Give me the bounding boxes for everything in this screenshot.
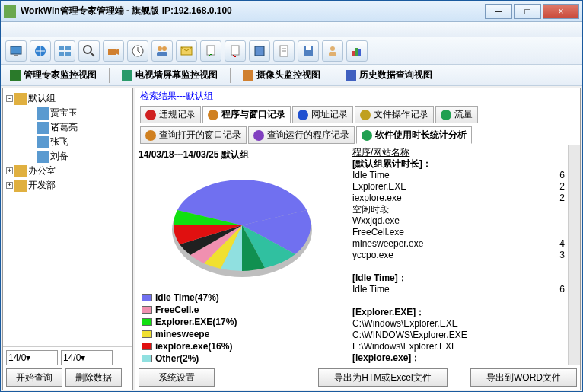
legend-item: Other(2%) — [142, 353, 239, 364]
list-item[interactable]: Idle Time6 — [352, 284, 565, 295]
tb-world-icon[interactable] — [30, 40, 51, 62]
tb-book-icon[interactable] — [249, 40, 270, 62]
tvwall-icon — [122, 70, 132, 81]
delete-data-button[interactable]: 删除数据 — [65, 368, 122, 387]
tree-group[interactable]: +办公室 — [6, 164, 129, 178]
camera-icon — [243, 70, 253, 81]
ftab-violation[interactable]: 违规记录 — [140, 106, 201, 123]
bottom-buttons: 系统设置 导出为HTM或Excel文件 导出到WORD文件 — [135, 365, 580, 390]
tree-label: 默认组 — [28, 92, 56, 105]
start-query-button[interactable]: 开始查询 — [6, 368, 62, 387]
svg-rect-25 — [329, 52, 336, 56]
legend-label: iexplore.exe(16%) — [155, 341, 232, 352]
tb-user-icon[interactable] — [322, 40, 343, 62]
tb-mail-icon[interactable] — [176, 40, 197, 62]
legend-item: FreeCell.e — [142, 304, 239, 315]
group-icon — [14, 93, 27, 105]
tb-docrecv-icon[interactable] — [225, 40, 246, 62]
pie-chart — [158, 164, 326, 286]
legend-label: Explorer.EXE(17%) — [155, 317, 237, 327]
tb-users-icon[interactable] — [151, 40, 173, 62]
tab-label: 摄像头监控视图 — [256, 69, 320, 81]
collapse-icon[interactable]: - — [6, 95, 13, 102]
list-item[interactable]: yccpo.exe3 — [352, 250, 565, 261]
svg-rect-0 — [11, 46, 21, 54]
tb-screens-icon[interactable] — [54, 40, 75, 62]
expand-icon[interactable]: + — [6, 167, 13, 174]
export-html-excel-button[interactable]: 导出为HTM或Excel文件 — [318, 368, 448, 387]
tb-docsend-icon[interactable] — [200, 40, 221, 62]
chart-title: 14/03/18---14/03/25 默认组 — [139, 148, 346, 161]
tb-zoom-icon[interactable] — [78, 40, 100, 62]
scrollbar[interactable] — [568, 145, 580, 365]
ftab-running-programs[interactable]: 查询运行的程序记录 — [248, 126, 355, 144]
svg-point-13 — [162, 46, 167, 51]
stop-icon — [145, 110, 156, 120]
tab-history-view[interactable]: 历史数据查询视图 — [341, 67, 437, 83]
swatch-icon — [142, 343, 152, 350]
ftab-label: 查询打开的窗口记录 — [159, 129, 241, 142]
tab-tvwall-view[interactable]: 电视墙屏幕监控视图 — [117, 67, 222, 83]
window-icon — [208, 110, 218, 120]
tb-chart-icon[interactable] — [346, 40, 368, 62]
tb-doc-icon[interactable] — [273, 40, 295, 62]
ftab-open-windows[interactable]: 查询打开的窗口记录 — [140, 126, 247, 144]
tree-user[interactable]: 贾宝玉 — [6, 106, 129, 120]
ftab-traffic[interactable]: 流量 — [435, 106, 478, 123]
tab-monitor-view[interactable]: 管理专家监控视图 — [5, 67, 101, 83]
close-button[interactable]: × — [543, 4, 579, 19]
svg-rect-23 — [306, 46, 311, 50]
list-item[interactable]: Idle Time6 — [352, 170, 565, 181]
tb-cam-icon[interactable] — [103, 40, 124, 62]
maximize-button[interactable]: □ — [514, 4, 541, 19]
list-item[interactable]: Explorer.EXE2 — [352, 181, 565, 193]
group-icon — [14, 165, 27, 177]
svg-rect-18 — [255, 46, 264, 56]
list-item[interactable]: E:\Windows\Explorer.EXE — [352, 341, 565, 352]
system-settings-button[interactable]: 系统设置 — [139, 368, 215, 387]
pc-icon — [37, 122, 49, 134]
date-from[interactable]: 14/0▾ — [6, 350, 58, 365]
sidebar-bottom: 14/0▾ 14/0▾ 开始查询 删除数据 — [3, 346, 132, 390]
list-item[interactable]: 空闲时段 — [352, 204, 565, 215]
tab-camera-view[interactable]: 摄像头监控视图 — [238, 67, 325, 83]
legend-label: Other(2%) — [155, 353, 199, 364]
ftab-label: 程序与窗口记录 — [221, 108, 285, 121]
minimize-button[interactable]: ─ — [485, 4, 512, 19]
program-list[interactable]: 程序/网站名称 [默认组累计时长]： Idle Time6 Explorer.E… — [349, 145, 568, 365]
list-item[interactable]: minesweeper.exe4 — [352, 238, 565, 250]
tb-monitor-icon[interactable] — [5, 40, 27, 62]
list-item[interactable]: Wxxjqd.exe — [352, 215, 565, 227]
tree-user[interactable]: 刘备 — [6, 149, 129, 164]
globe-icon — [298, 110, 308, 120]
legend-item: iexplore.exe(16%) — [142, 341, 239, 352]
export-word-button[interactable]: 导出到WORD文件 — [470, 368, 577, 387]
tb-disk-icon[interactable] — [298, 40, 319, 62]
tree-label: 贾宝玉 — [50, 107, 78, 120]
list-item[interactable]: C:\Windows\Explorer.EXE — [352, 318, 565, 330]
tree-root[interactable]: -默认组 — [6, 91, 129, 106]
disk-icon — [360, 110, 371, 120]
date-to[interactable]: 14/0▾ — [61, 350, 113, 365]
ftab-file-op[interactable]: 文件操作记录 — [355, 106, 434, 123]
pc-icon — [37, 151, 49, 163]
toolbar — [1, 37, 582, 65]
list-item[interactable]: C:\WINDOWS\Explorer.EXE — [352, 330, 565, 341]
svg-rect-5 — [59, 52, 64, 56]
ftab-usage-stats[interactable]: 软件使用时长统计分析 — [356, 126, 472, 144]
expand-icon[interactable]: + — [6, 182, 13, 189]
tree: -默认组 贾宝玉 诸葛亮 张飞 刘备 +办公室 +开发部 — [3, 88, 132, 346]
svg-rect-4 — [65, 46, 71, 50]
tab-label: 电视墙屏幕监控视图 — [135, 69, 218, 81]
ftab-program-window[interactable]: 程序与窗口记录 — [202, 106, 291, 123]
list-item[interactable]: FreeCell.exe — [352, 227, 565, 238]
list-item[interactable]: iexplore.exe2 — [352, 193, 565, 204]
tree-label: 办公室 — [28, 164, 56, 177]
tree-group[interactable]: +开发部 — [6, 178, 129, 193]
tree-user[interactable]: 张飞 — [6, 135, 129, 149]
view-tabs: 管理专家监控视图 电视墙屏幕监控视图 摄像头监控视图 历史数据查询视图 — [1, 65, 582, 86]
ftab-url[interactable]: 网址记录 — [292, 106, 353, 123]
window-title: WorkWin管理专家管理端 - 旗舰版 IP:192.168.0.100 — [21, 5, 483, 18]
tree-user[interactable]: 诸葛亮 — [6, 120, 129, 135]
tb-clock-icon[interactable] — [127, 40, 148, 62]
